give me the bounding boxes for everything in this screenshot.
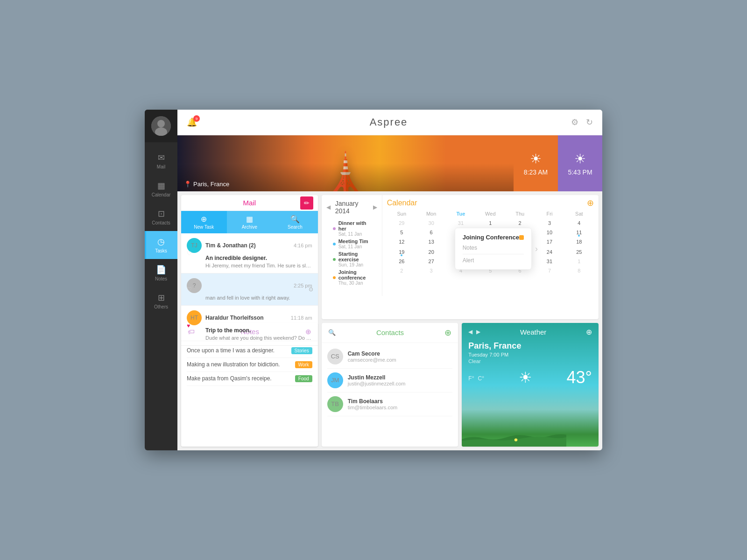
calendar-add-button[interactable]: ⊕: [587, 198, 594, 208]
sidebar-item-others[interactable]: ⊞ Others: [145, 287, 177, 315]
calendar-icon: ▦: [157, 181, 165, 191]
cal-day[interactable]: 30: [416, 218, 446, 228]
cal-day[interactable]: 25: [564, 247, 594, 257]
cal-day[interactable]: 31: [535, 257, 564, 266]
sidebar-item-contacts[interactable]: ⊡ Contacts: [145, 203, 177, 231]
cal-day[interactable]: 29: [387, 218, 416, 228]
cal-day[interactable]: 20: [416, 247, 446, 257]
cal-day[interactable]: 6: [416, 228, 446, 237]
header-actions: ⚙ ↻: [571, 117, 593, 127]
contacts-icon: ⊡: [158, 209, 165, 219]
cal-day[interactable]: 11: [564, 228, 594, 237]
others-icon: ⊞: [158, 293, 165, 303]
note-tag-work: Work: [295, 361, 312, 368]
sidebar-item-calendar[interactable]: ▦ Calendar: [145, 175, 177, 203]
app-title: Aspree: [206, 116, 571, 128]
cal-day[interactable]: 24: [535, 247, 564, 257]
mail-compose-button[interactable]: ✏: [300, 196, 313, 210]
user-avatar-container[interactable]: [145, 110, 177, 142]
event-dot-3: [333, 258, 336, 261]
cal-day[interactable]: 26: [387, 257, 416, 266]
cal-day[interactable]: 2: [387, 266, 416, 275]
cal-day[interactable]: 12: [387, 237, 416, 247]
cal-day[interactable]: 5: [387, 228, 416, 237]
cal-day[interactable]: 10: [535, 228, 564, 237]
event-popup-alert[interactable]: Alert: [463, 257, 524, 264]
contact-avatar-1: CS: [327, 349, 343, 364]
settings-icon[interactable]: ⚙: [571, 117, 578, 127]
contacts-search-icon[interactable]: 🔍: [328, 329, 336, 336]
mail-icon: ✉: [158, 153, 165, 163]
new-task-button[interactable]: ⊕ New Task: [181, 211, 227, 233]
note-tag-stories: Stories: [291, 347, 312, 354]
event-color-indicator: [519, 235, 524, 240]
temperature-celsius[interactable]: C°: [478, 375, 484, 382]
weather-date: Tuesday 7:00 PM: [468, 352, 592, 357]
note-item-1[interactable]: Once upon a time I was a designer. Stori…: [187, 344, 312, 358]
cal-day[interactable]: 27: [416, 257, 446, 266]
sidebar-item-tasks[interactable]: ◷ Tasks: [145, 231, 177, 259]
contacts-add-button[interactable]: ⊕: [444, 328, 451, 338]
event-popup-notes[interactable]: Notes: [463, 245, 524, 254]
prev-month-button[interactable]: ◀: [326, 204, 331, 210]
weather-landscape: [462, 428, 566, 447]
chevron-right-icon: ›: [535, 244, 538, 254]
cal-event-1[interactable]: Dinner with her Sat, 11 Jan: [333, 220, 371, 237]
cal-event-3[interactable]: Starting exercise Sun, 19 Jan: [333, 251, 371, 267]
note-item-3[interactable]: Make pasta from Qasim's receipe. Food: [187, 372, 312, 386]
contacts-header: 🔍 Contacts ⊕: [322, 323, 458, 343]
cal-day[interactable]: 1: [564, 257, 594, 266]
cal-day[interactable]: 19: [387, 247, 416, 257]
temperature-fahrenheit[interactable]: F°: [468, 375, 474, 382]
cal-day[interactable]: 4: [564, 218, 594, 228]
sidebar-item-notes[interactable]: 📄 Notes: [145, 259, 177, 287]
main-content: 🔔 9 Aspree ⚙ ↻ 🗼 📍 Paris, France ☀ 8:23 …: [177, 110, 602, 450]
mail-title-bar: Mail ✏: [181, 195, 318, 211]
cal-day[interactable]: 7: [535, 266, 564, 275]
weather-next-button[interactable]: ▶: [476, 329, 480, 335]
weather-condition: Clear: [468, 358, 592, 364]
cal-day[interactable]: 1: [476, 218, 505, 228]
cal-event-4[interactable]: Joining conference Thu, 30 Jan: [333, 269, 371, 286]
calendar-panel: ◀ January 2014 ▶ Dinner with her Sat, 11…: [322, 195, 599, 319]
mail-message[interactable]: ♥ HT Haraldur Thorleifsson 11:18 am Trip…: [181, 306, 318, 346]
sidebar: ✉ Mail ▦ Calendar ⊡ Contacts ◷ Tasks 📄 N…: [145, 110, 177, 450]
note-item-2[interactable]: Making a new illustration for bidiction.…: [187, 358, 312, 372]
cal-day[interactable]: 8: [564, 266, 594, 275]
cal-day[interactable]: 2: [505, 218, 535, 228]
weather-prev-button[interactable]: ◀: [468, 329, 472, 335]
heart-icon-2: ♡: [187, 286, 192, 293]
heart-icon-3: ♥: [187, 322, 190, 329]
next-month-button[interactable]: ▶: [373, 204, 377, 210]
sidebar-item-label-notes: Notes: [155, 276, 167, 281]
sidebar-item-label-others: Others: [154, 304, 168, 309]
sidebar-item-label-contacts: Contacts: [152, 220, 170, 225]
contact-item-2[interactable]: JM Justin Mezzell justin@justinmezzell.c…: [327, 369, 453, 392]
search-button[interactable]: 🔍 Search: [272, 211, 318, 233]
contact-item-3[interactable]: TB Tim Boelaars tim@timboelaars.com: [327, 392, 453, 416]
cal-event-2[interactable]: Meeting Tim Sat, 11 Jan: [333, 238, 371, 249]
hero-banner: 🗼 📍 Paris, France ☀ 8:23 AM ☀ 5:43 PM: [177, 135, 602, 191]
contact-item-1[interactable]: CS Cam Secore camsecore@me.com: [327, 345, 453, 369]
calendar-nav: ◀ January 2014 ▶: [326, 200, 377, 215]
cal-day[interactable]: 31: [446, 218, 475, 228]
cal-day[interactable]: 13: [416, 237, 446, 247]
weather-sun-icon: ☀: [519, 369, 532, 386]
notification-bell[interactable]: 🔔 9: [187, 117, 197, 127]
power-icon[interactable]: ↻: [586, 117, 593, 127]
archive-button[interactable]: ▦ Archive: [227, 211, 273, 233]
mail-message[interactable]: ♡ TJ Tim & Jonathan (2) 4:16 pm An incre…: [181, 233, 318, 273]
cal-day[interactable]: 3: [416, 266, 446, 275]
notes-icon: 📄: [156, 265, 166, 275]
cal-day[interactable]: 18: [564, 237, 594, 247]
event-dot-4: [333, 276, 336, 279]
mail-message[interactable]: ♡ ? 2:25 pm man and fell in love with it…: [181, 273, 318, 306]
sunrise-icon: ☀: [530, 151, 542, 167]
heart-icon: ♡: [187, 250, 192, 257]
location-pin-icon: 📍: [184, 181, 191, 188]
notes-list: Once upon a time I was a designer. Stori…: [181, 341, 318, 447]
weather-add-button[interactable]: ⊕: [586, 328, 592, 336]
cal-day[interactable]: 3: [535, 218, 564, 228]
cal-day[interactable]: 17: [535, 237, 564, 247]
sidebar-item-mail[interactable]: ✉ Mail: [145, 147, 177, 175]
